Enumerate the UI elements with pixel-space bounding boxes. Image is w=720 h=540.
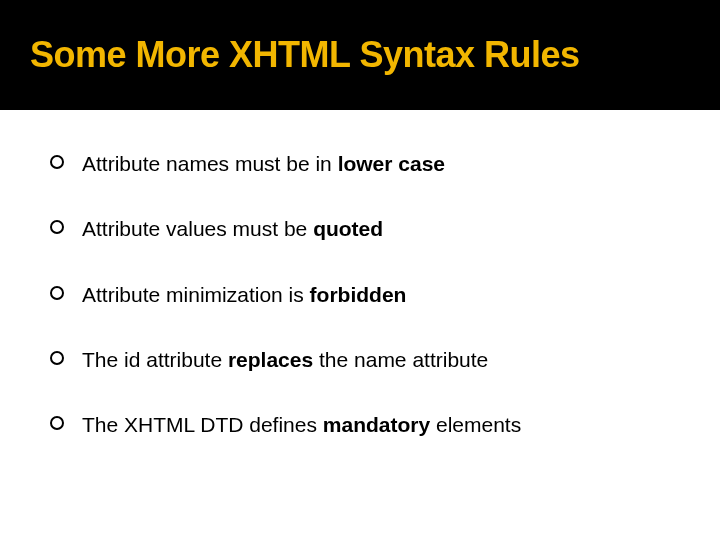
- bullet-icon: [50, 416, 64, 430]
- slide-content: Attribute names must be in lower case At…: [0, 110, 720, 438]
- slide-title: Some More XHTML Syntax Rules: [30, 34, 579, 76]
- list-item: The XHTML DTD defines mandatory elements: [50, 411, 680, 438]
- bullet-icon: [50, 286, 64, 300]
- list-item: The id attribute replaces the name attri…: [50, 346, 680, 373]
- bullet-text: The id attribute replaces the name attri…: [82, 346, 488, 373]
- bullet-icon: [50, 220, 64, 234]
- list-item: Attribute minimization is forbidden: [50, 281, 680, 308]
- list-item: Attribute values must be quoted: [50, 215, 680, 242]
- bullet-text: Attribute minimization is forbidden: [82, 281, 406, 308]
- bullet-text: Attribute values must be quoted: [82, 215, 383, 242]
- list-item: Attribute names must be in lower case: [50, 150, 680, 177]
- title-bar: Some More XHTML Syntax Rules: [0, 0, 720, 110]
- bullet-icon: [50, 155, 64, 169]
- bullet-text: The XHTML DTD defines mandatory elements: [82, 411, 521, 438]
- bullet-icon: [50, 351, 64, 365]
- bullet-text: Attribute names must be in lower case: [82, 150, 445, 177]
